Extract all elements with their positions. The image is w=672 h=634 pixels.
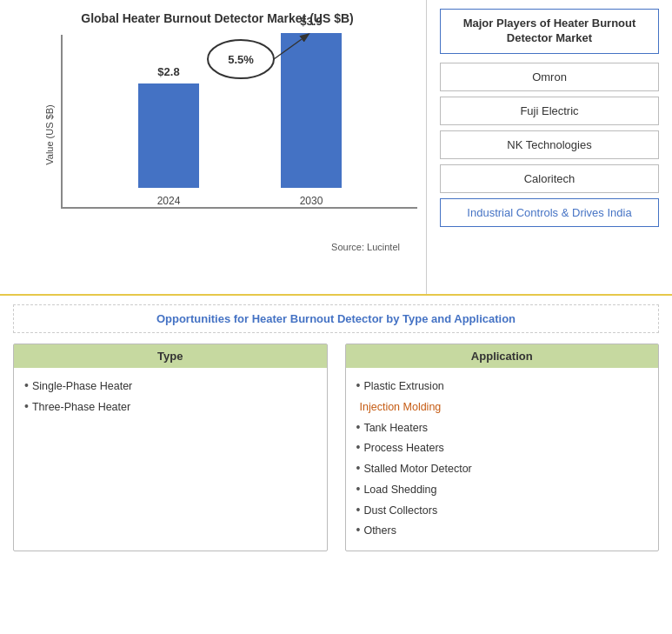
application-column: Application • Plastic Extrusion Injectio… (345, 344, 660, 551)
bar-label-2030: 2030 (300, 195, 323, 207)
app-item-load-label: Load Shedding (363, 480, 436, 501)
bullet-icon: • (356, 438, 361, 457)
bullet-icon: • (24, 377, 29, 395)
app-item-others-label: Others (363, 521, 396, 542)
app-item-injection-label: Injection Molding (360, 397, 442, 418)
bullet-icon: • (356, 377, 361, 395)
y-axis-label: Value (US $B) (44, 104, 55, 165)
app-item-process: • Process Heaters (356, 438, 649, 459)
type-item-single: • Single-Phase Heater (24, 377, 316, 397)
players-title: Major Players of Heater Burnout Detector… (440, 9, 659, 54)
players-section: Major Players of Heater Burnout Detector… (426, 0, 672, 294)
player-item-fuji: Fuji Electric (440, 97, 659, 125)
bullet-icon: • (356, 480, 361, 498)
annotation-svg: 5.5% (115, 26, 341, 113)
bullet-icon: • (356, 521, 361, 539)
chart-section: Global Heater Burnout Detector Market (U… (0, 0, 426, 294)
app-item-load: • Load Shedding (356, 480, 649, 501)
source-text: Source: Lucintel (17, 242, 417, 252)
application-column-header: Application (346, 344, 659, 368)
svg-line-2 (274, 39, 302, 59)
app-item-dust: • Dust Collectors (356, 501, 649, 522)
app-item-tank: • Tank Heaters (356, 418, 649, 439)
type-item-three: • Three-Phase Heater (24, 397, 316, 418)
bullet-icon: • (356, 418, 361, 437)
bottom-section: Opportunities for Heater Burnout Detecto… (0, 296, 672, 560)
chart-title: Global Heater Burnout Detector Market (U… (17, 10, 417, 26)
type-column-body: • Single-Phase Heater • Three-Phase Heat… (14, 368, 327, 427)
type-item-single-label: Single-Phase Heater (32, 377, 132, 397)
bars-container: 5.5% $2.8 2024 $3. (61, 35, 417, 209)
player-item-omron: Omron (440, 63, 659, 91)
app-item-plastic: • Plastic Extrusion (356, 377, 649, 397)
type-item-three-label: Three-Phase Heater (32, 397, 130, 418)
app-item-dust-label: Dust Collectors (363, 501, 437, 522)
app-item-stalled-label: Stalled Motor Detector (363, 459, 471, 480)
player-item-nk: NK Technologies (440, 130, 659, 159)
bullet-icon: • (24, 397, 29, 416)
bullet-icon: • (356, 501, 361, 519)
app-item-others: • Others (356, 521, 649, 542)
app-item-stalled: • Stalled Motor Detector (356, 459, 649, 480)
bar-label-2024: 2024 (157, 195, 181, 207)
type-column-header: Type (14, 344, 327, 368)
player-item-industrial: Industrial Controls & Drives India (440, 198, 659, 227)
application-column-body: • Plastic Extrusion Injection Molding • … (346, 368, 659, 551)
app-item-process-label: Process Heaters (363, 438, 443, 459)
type-column: Type • Single-Phase Heater • Three-Phase… (13, 344, 328, 551)
app-item-injection: Injection Molding (356, 397, 649, 418)
svg-text:5.5%: 5.5% (228, 53, 254, 66)
app-item-tank-label: Tank Heaters (363, 418, 428, 439)
columns-container: Type • Single-Phase Heater • Three-Phase… (13, 344, 659, 551)
bullet-icon: • (356, 459, 361, 477)
player-item-caloritech: Caloritech (440, 164, 659, 193)
app-item-plastic-label: Plastic Extrusion (363, 377, 443, 397)
opportunities-title: Opportunities for Heater Burnout Detecto… (13, 304, 659, 333)
